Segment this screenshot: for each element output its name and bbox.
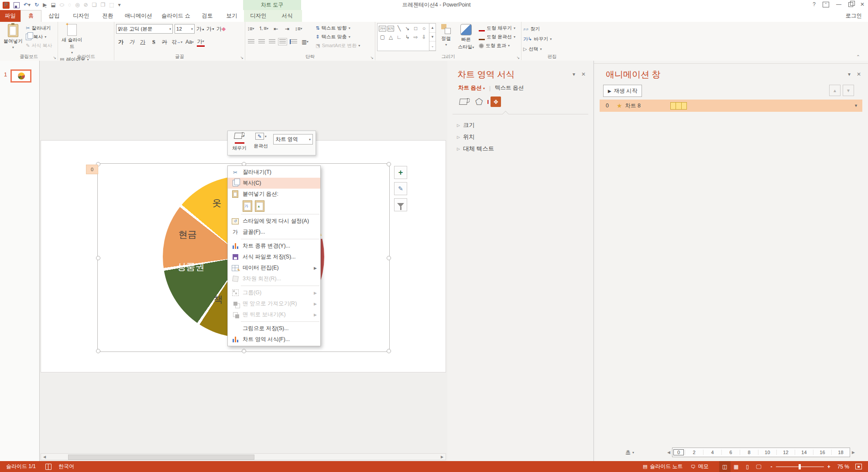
drawing-dialog-launcher-icon[interactable]: ↘ — [516, 55, 520, 60]
shapes-scroll-down-icon[interactable]: ▼ — [429, 33, 436, 42]
clipboard-dialog-launcher-icon[interactable]: ↘ — [53, 55, 56, 60]
text-shadow-button[interactable]: S — [150, 38, 158, 46]
slide-sorter-view-button[interactable]: ▦ — [731, 461, 742, 472]
tab-file[interactable]: 파일 — [0, 10, 21, 22]
menu-item-format-chart-area[interactable]: 차트 영역 서식(F)... — [228, 334, 320, 345]
minimize-icon[interactable]: — — [836, 1, 841, 7]
tab-slideshow[interactable]: 슬라이드 쇼 — [157, 10, 195, 22]
horizontal-scrollbar[interactable]: ◀ ▶ — [41, 453, 446, 460]
oval-ghost-icon[interactable]: ⊘ — [84, 1, 88, 9]
effects-pentagon-icon[interactable]: ⬠ — [475, 97, 483, 106]
shape-outline-button[interactable]: 도형 윤곽선▾ — [479, 33, 515, 41]
menu-item-reset-style[interactable]: ↺스타일에 맞게 다시 설정(A) — [228, 216, 320, 227]
panel-close-icon[interactable]: ✕ — [581, 71, 586, 77]
redo-icon[interactable]: ↻ — [34, 1, 39, 9]
resize-handle-e[interactable] — [387, 256, 391, 260]
fit-to-window-icon[interactable] — [855, 464, 862, 469]
replace-button[interactable]: 가↳바꾸기▾ — [523, 35, 552, 43]
justify-icon[interactable] — [279, 39, 286, 44]
shape-down-arrow-icon[interactable]: ⇩ — [422, 34, 426, 40]
oval-dashed-icon[interactable]: ◎ — [75, 1, 79, 9]
animation-item-chart8[interactable]: 0 ★ 차트 8 ▼ — [600, 100, 862, 112]
shape-effects-button[interactable]: 도형 효과▾ — [479, 42, 515, 49]
arrange-button[interactable]: 정렬▾ — [437, 23, 455, 55]
italic-button[interactable]: 가 — [128, 38, 136, 46]
font-size-select[interactable]: 12▾ — [175, 24, 195, 34]
tab-design[interactable]: 디자인 — [67, 10, 96, 22]
sign-in-link[interactable]: 로그인 — [846, 10, 862, 22]
shape-line-icon[interactable]: ╲ — [398, 25, 401, 31]
reorder-down-button[interactable]: ▼ — [843, 85, 854, 96]
new-slide-button[interactable]: 새 슬라이드▾ — [60, 23, 84, 55]
comments-button[interactable]: 메모 — [698, 463, 709, 470]
shape-triangle-icon[interactable]: △ — [389, 34, 393, 40]
bold-button[interactable]: 가 — [117, 38, 125, 46]
bullets-button[interactable]: ⁝≡▾ — [247, 24, 255, 33]
resize-handle-w[interactable] — [96, 256, 100, 260]
tab-chart-design[interactable]: 디자인 — [244, 10, 273, 22]
collapse-ribbon-icon[interactable]: ⌃ — [856, 54, 860, 60]
scroll-right-icon[interactable]: ▶ — [439, 455, 446, 459]
ribbon-display-options-icon[interactable]: ⌃ — [823, 2, 829, 7]
outline-button[interactable]: ✎▾ 윤곽선 — [252, 133, 270, 149]
zoom-out-button[interactable]: - — [771, 464, 772, 470]
slide-thumbnail[interactable] — [10, 69, 31, 83]
numbering-button[interactable]: ⒈≡▾ — [258, 24, 268, 33]
clear-formatting-button[interactable]: 가◆ — [216, 25, 226, 33]
align-right-icon[interactable] — [269, 39, 275, 44]
normal-view-button[interactable]: ◫ — [719, 461, 731, 472]
font-name-select[interactable]: 맑은 고딕 (본문▾ — [116, 24, 173, 34]
shape-elbow-arrow-icon[interactable]: ↳ — [405, 34, 409, 40]
undo-icon[interactable]: ↶▾ — [24, 1, 31, 9]
shape-fill-button[interactable]: 도형 채우기▾ — [479, 24, 515, 32]
zoom-slider[interactable] — [776, 466, 824, 467]
tab-review[interactable]: 검토 — [195, 10, 220, 22]
tab-animations[interactable]: 애니메이션 — [120, 10, 157, 22]
scroll-left-icon[interactable]: ◀ — [41, 455, 48, 459]
increase-indent-button[interactable]: ⇥ — [283, 24, 291, 33]
zoom-in-button[interactable]: + — [827, 464, 830, 470]
resize-handle-se[interactable] — [387, 349, 391, 353]
seconds-dropdown[interactable]: 초▾ — [625, 449, 634, 456]
zoom-level[interactable]: 75 % — [837, 464, 849, 470]
shapes-scrollbar[interactable]: ▲ ▼ ⌄ — [429, 24, 436, 51]
reorder-up-button[interactable]: ▲ — [829, 85, 841, 96]
menu-item-font[interactable]: 가글꼴(F)... — [228, 227, 320, 238]
resize-handle-ne[interactable] — [387, 162, 391, 166]
tab-home[interactable]: 홈 — [21, 10, 41, 22]
shape-textbox-icon[interactable]: 가≡ — [379, 26, 386, 31]
panel-close-icon[interactable]: ✕ — [857, 71, 861, 77]
add-animation-icon[interactable]: ⬓ — [51, 1, 55, 9]
copy-button[interactable]: 복사▾ — [26, 33, 52, 41]
resize-handle-sw[interactable] — [96, 349, 100, 353]
decrease-indent-button[interactable]: ⇤ — [272, 24, 280, 33]
shapes-gallery[interactable]: 가≡ ‖가 ╲ ↘ □ ○ ▢ △ ∟ ↳ ⇨ ⇩ ▲ ▼ ⌄ — [377, 23, 436, 51]
menu-item-save-as-picture[interactable]: 그림으로 저장(S)... — [228, 323, 320, 334]
slideshow-view-button[interactable]: 🖵 — [753, 461, 765, 472]
timeline-ruler[interactable]: 0 2 4 6 8 10 12 14 16 18 — [672, 448, 850, 457]
shape-vtextbox-icon[interactable]: ‖가 — [388, 26, 394, 31]
chart-filters-button[interactable] — [394, 198, 407, 211]
send-backward-icon[interactable]: ❐ — [100, 1, 105, 9]
cut-button[interactable]: ✂잘라내기 — [26, 24, 52, 32]
align-text-button[interactable]: ⇕텍스트 맞춤▾ — [316, 33, 360, 41]
menu-item-change-chart-type[interactable]: 차트 종류 변경(Y)... — [228, 241, 320, 252]
spellcheck-book-icon[interactable] — [45, 464, 51, 470]
close-icon[interactable]: ✕ — [860, 1, 865, 7]
columns-button[interactable]: ▥▾ — [301, 38, 309, 46]
item-dropdown-icon[interactable]: ▼ — [854, 103, 858, 108]
distribute-icon[interactable] — [290, 39, 297, 44]
fill-line-icon[interactable] — [459, 99, 468, 105]
section-position[interactable]: ▷위치 — [452, 131, 475, 143]
smartart-convert-button[interactable]: ⬔SmartArt로 변환▾ — [316, 42, 360, 49]
chart-styles-button[interactable]: ✎ — [394, 182, 407, 195]
find-button[interactable]: ⌕⌕찾기 — [523, 25, 552, 33]
play-from-button[interactable]: ▶ 재생 시작 — [603, 85, 642, 97]
tab-chart-options[interactable]: 차트 옵션 ▾ — [458, 84, 485, 92]
tab-transitions[interactable]: 전환 — [96, 10, 120, 22]
font-dialog-launcher-icon[interactable]: ↘ — [240, 55, 244, 60]
strikethrough-button[interactable]: 가 — [161, 38, 168, 46]
font-color-button[interactable]: 가▾ — [197, 37, 205, 47]
animation-timeline-bar[interactable] — [670, 102, 687, 110]
chart-element-selector[interactable]: 차트 영역 ▾ — [273, 134, 313, 145]
